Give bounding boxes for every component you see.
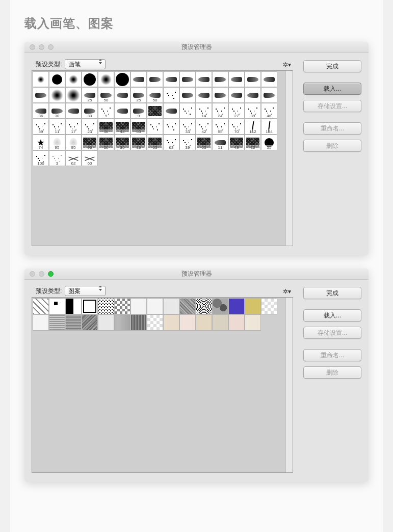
brush-cell[interactable]: 60 [130, 119, 147, 135]
brush-cell[interactable]: 95 [65, 135, 82, 150]
brush-cell[interactable]: 63 [147, 135, 163, 150]
brush-cell[interactable] [33, 87, 49, 103]
pattern-cell[interactable] [98, 298, 114, 314]
brush-cell[interactable]: 55 [212, 119, 228, 135]
pattern-cell[interactable] [114, 314, 130, 331]
scrollbar[interactable] [285, 71, 293, 246]
brush-cell[interactable]: 63 [163, 135, 179, 150]
brush-cell[interactable]: 48 [228, 135, 245, 150]
brush-preset-grid[interactable]: 25 50 25 50 36 30 [32, 71, 285, 167]
brush-cell[interactable]: 60 [82, 150, 98, 166]
brush-cell[interactable]: 36 [130, 135, 147, 150]
load-button[interactable]: 载入... [303, 309, 361, 322]
pattern-preset-grid[interactable] [32, 298, 285, 331]
close-icon[interactable] [30, 44, 35, 50]
brush-cell[interactable] [179, 87, 196, 103]
brush-cell[interactable] [82, 71, 98, 87]
brush-cell[interactable] [33, 71, 49, 87]
brush-cell[interactable]: 59 [33, 119, 49, 135]
brush-cell[interactable] [147, 103, 163, 119]
brush-cell[interactable]: 23 [82, 119, 98, 135]
brush-cell[interactable]: 11 [49, 119, 65, 135]
pattern-cell[interactable] [212, 314, 228, 331]
pattern-cell[interactable] [33, 314, 49, 331]
brush-cell[interactable]: 50 [147, 87, 163, 103]
brush-cell[interactable] [65, 103, 82, 119]
pattern-cell[interactable] [179, 298, 196, 314]
brush-cell[interactable]: 14 [196, 103, 212, 119]
brush-cell[interactable] [179, 71, 196, 87]
pattern-cell[interactable] [228, 314, 245, 331]
brush-cell[interactable]: 9 [98, 103, 114, 119]
brush-cell[interactable] [114, 87, 130, 103]
pattern-cell[interactable] [49, 298, 65, 314]
brush-cell[interactable]: 134 [261, 119, 277, 135]
zoom-icon[interactable] [48, 44, 54, 50]
pattern-cell[interactable] [196, 314, 212, 331]
brush-cell[interactable] [163, 87, 179, 103]
pattern-cell[interactable] [147, 298, 163, 314]
brush-cell[interactable]: 63 [196, 135, 212, 150]
pattern-cell[interactable] [98, 314, 114, 331]
brush-cell[interactable] [65, 87, 82, 103]
brush-cell[interactable]: 44 [114, 119, 130, 135]
gear-icon[interactable]: ✲▾ [283, 288, 291, 295]
brush-cell[interactable]: 55 [261, 135, 277, 150]
brush-cell[interactable]: 9 [130, 103, 147, 119]
brush-cell[interactable] [163, 103, 179, 119]
save-settings-button[interactable]: 存储设置... [303, 327, 361, 339]
load-button[interactable]: 载入... [303, 83, 361, 95]
brush-cell[interactable] [163, 71, 179, 87]
brush-cell[interactable]: 42 [196, 119, 212, 135]
brush-cell[interactable]: 25 [130, 87, 147, 103]
rename-button[interactable]: 重命名... [303, 122, 361, 135]
pattern-cell[interactable] [196, 298, 212, 314]
minimize-icon[interactable] [39, 271, 44, 277]
pattern-cell[interactable] [114, 298, 130, 314]
brush-cell[interactable] [147, 119, 163, 135]
brush-cell[interactable] [49, 71, 65, 87]
brush-cell[interactable]: 30 [49, 103, 65, 119]
brush-cell[interactable]: 95 [49, 135, 65, 150]
brush-cell[interactable] [261, 87, 277, 103]
pattern-cell[interactable] [261, 298, 277, 314]
zoom-icon[interactable] [48, 271, 54, 277]
delete-button[interactable]: 删除 [303, 140, 361, 152]
preset-type-select[interactable]: 图案 [65, 286, 106, 296]
brush-cell[interactable]: 3 [49, 150, 65, 166]
brush-cell[interactable] [196, 71, 212, 87]
brush-cell[interactable] [114, 71, 130, 87]
preset-type-select[interactable]: 画笔 [65, 59, 106, 69]
gear-icon[interactable]: ✲▾ [283, 61, 291, 68]
brush-cell[interactable]: 25 [82, 87, 98, 103]
done-button[interactable]: 完成 [303, 60, 361, 72]
brush-cell[interactable] [130, 71, 147, 87]
brush-cell[interactable] [196, 87, 212, 103]
brush-cell[interactable]: 100 [33, 150, 49, 166]
brush-cell[interactable] [114, 103, 130, 119]
brush-cell[interactable] [179, 103, 196, 119]
brush-cell[interactable]: 24 [212, 103, 228, 119]
close-icon[interactable] [30, 271, 35, 277]
brush-cell[interactable]: 17 [65, 119, 82, 135]
done-button[interactable]: 完成 [303, 287, 361, 299]
brush-cell[interactable]: 33 [179, 119, 196, 135]
brush-cell[interactable]: 27 [228, 103, 245, 119]
brush-cell[interactable] [261, 71, 277, 87]
pattern-cell[interactable] [130, 314, 147, 331]
brush-cell[interactable] [65, 71, 82, 87]
brush-cell[interactable]: 36 [114, 135, 130, 150]
brush-cell[interactable]: 112 [245, 119, 261, 135]
pattern-cell[interactable] [65, 298, 82, 314]
brush-cell[interactable]: 90 [82, 135, 98, 150]
scrollbar[interactable] [285, 298, 293, 472]
pattern-cell[interactable] [130, 298, 147, 314]
brush-cell[interactable]: 36 [33, 103, 49, 119]
brush-cell[interactable] [228, 87, 245, 103]
pattern-cell[interactable] [147, 314, 163, 331]
brush-cell[interactable] [147, 71, 163, 87]
pattern-cell[interactable] [245, 298, 261, 314]
brush-cell[interactable]: 11 [212, 135, 228, 150]
brush-cell[interactable]: 46 [261, 103, 277, 119]
brush-cell[interactable]: ★74 [33, 135, 49, 150]
